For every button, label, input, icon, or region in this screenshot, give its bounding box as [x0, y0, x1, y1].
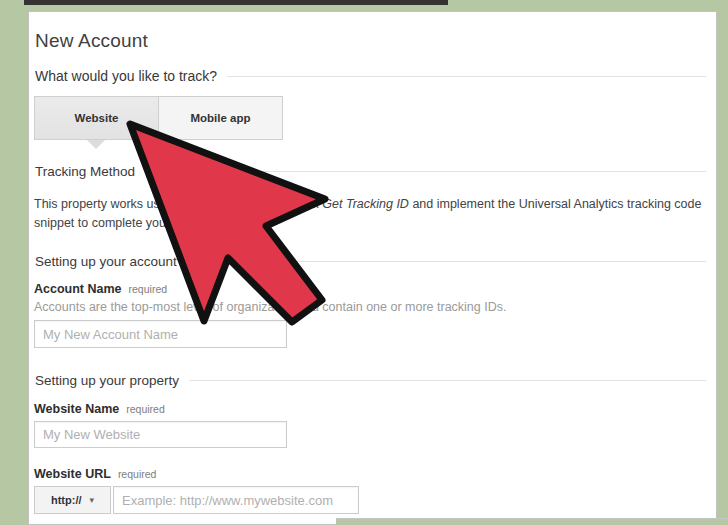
website-url-label-row: Website URL required — [34, 467, 156, 481]
track-question-label: What would you like to track? — [35, 68, 217, 84]
website-name-label-row: Website Name required — [34, 402, 165, 416]
tab-mobile-app-label: Mobile app — [190, 112, 250, 124]
tab-website[interactable]: Website — [34, 96, 159, 140]
website-name-input[interactable] — [34, 421, 287, 448]
account-help-text: Accounts are the top-most level of organ… — [34, 300, 506, 314]
description-text: This property works using Universal Anal… — [34, 197, 322, 211]
protocol-selected-value: http:// — [51, 494, 82, 506]
get-tracking-id-emphasis: Get Tracking ID — [322, 197, 409, 211]
divider-line — [189, 380, 706, 381]
divider-line — [145, 171, 706, 172]
protocol-dropdown[interactable]: http:// ▾ — [34, 486, 111, 514]
website-url-row: http:// ▾ — [34, 486, 359, 514]
account-section-heading: Setting up your account — [35, 254, 177, 269]
tab-mobile-app[interactable]: Mobile app — [158, 96, 283, 140]
website-url-label: Website URL — [34, 467, 111, 481]
new-account-page: New Account What would you like to track… — [28, 11, 717, 525]
account-name-label-row: Account Name required — [34, 282, 167, 296]
website-url-input[interactable] — [113, 486, 359, 514]
tracking-method-row: Tracking Method — [35, 164, 706, 179]
description-text: and implement the Universal Analytics tr… — [409, 197, 702, 211]
tracking-method-description-line2: snippet to complete your set up. — [34, 216, 211, 230]
account-name-label: Account Name — [34, 282, 122, 296]
website-name-label: Website Name — [34, 402, 119, 416]
divider-line — [187, 261, 706, 262]
chevron-down-icon: ▾ — [90, 495, 95, 505]
required-badge: required — [118, 468, 157, 480]
tracking-type-tabs: Website Mobile app — [34, 96, 283, 140]
property-section-heading: Setting up your property — [35, 373, 179, 388]
top-crop-artifact — [24, 0, 448, 5]
property-section-row: Setting up your property — [35, 373, 706, 388]
page-title: New Account — [35, 30, 148, 52]
tracking-method-heading: Tracking Method — [35, 164, 135, 179]
track-question-row: What would you like to track? — [35, 68, 706, 84]
selected-tab-pointer — [87, 140, 105, 149]
description-text: snippet to complete your set up. — [34, 216, 211, 230]
bottom-background-strip — [336, 518, 728, 525]
required-badge: required — [129, 283, 168, 295]
account-section-row: Setting up your account — [35, 254, 706, 269]
divider-line — [227, 76, 706, 77]
required-badge: required — [126, 403, 165, 415]
tracking-method-description-line1: This property works using Universal Anal… — [34, 197, 701, 211]
account-name-input[interactable] — [34, 320, 287, 348]
tab-website-label: Website — [75, 112, 119, 124]
